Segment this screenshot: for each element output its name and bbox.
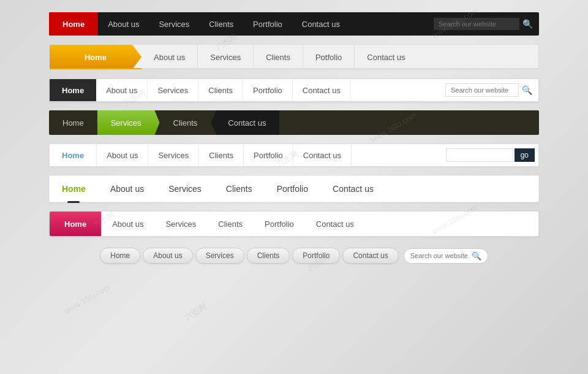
- nav5-item-portfolio[interactable]: Portfolio: [244, 144, 293, 166]
- nav3-home-button[interactable]: Home: [50, 79, 96, 101]
- nav4-item-contact[interactable]: Contact us: [211, 110, 279, 135]
- nav1-item-clients[interactable]: Clients: [199, 12, 243, 36]
- nav1-item-contact[interactable]: Contact us: [292, 12, 350, 36]
- nav5-item-services[interactable]: Services: [148, 144, 199, 166]
- nav7-item-about[interactable]: About us: [101, 212, 154, 236]
- nav8-contact-button[interactable]: Contact us: [342, 248, 398, 264]
- nav5-item-clients[interactable]: Clients: [199, 144, 244, 166]
- nav8-search-icon[interactable]: 🔍: [472, 251, 481, 261]
- nav5-home-button[interactable]: Home: [50, 144, 97, 166]
- nav7-item-contact[interactable]: Contact us: [305, 212, 365, 236]
- nav2-home-button[interactable]: Home: [50, 45, 141, 69]
- nav2-item-about[interactable]: About us: [141, 45, 198, 69]
- navbar-8: Home About us Services Clients Portfolio…: [49, 245, 539, 266]
- navbar-2: Home About us Services Clients Potfolio …: [49, 44, 539, 70]
- nav8-about-button[interactable]: About us: [143, 248, 192, 264]
- nav3-search-icon[interactable]: 🔍: [522, 85, 532, 95]
- nav3-item-about[interactable]: About us: [96, 79, 148, 101]
- nav2-item-contact[interactable]: Contact us: [355, 45, 417, 69]
- navbar-1: Home About us Services Clients Portfolio…: [49, 12, 539, 36]
- nav1-search-icon[interactable]: 🔍: [522, 19, 533, 29]
- nav7-item-portfolio[interactable]: Portfolio: [254, 212, 305, 236]
- navbar-3: Home About us Services Clients Portfolio…: [49, 78, 539, 102]
- navbar-5: Home About us Services Clients Portfolio…: [49, 143, 539, 167]
- nav7-items: About us Services Clients Portfolio Cont…: [101, 212, 538, 236]
- nav1-item-portfolio[interactable]: Portfolio: [243, 12, 292, 36]
- nav3-search-area: 🔍: [445, 83, 538, 97]
- nav4-item-services[interactable]: Services: [97, 110, 160, 135]
- nav3-item-contact[interactable]: Contact us: [293, 79, 351, 101]
- nav8-home-button[interactable]: Home: [100, 248, 140, 264]
- navbar-6: Home About us Services Clients Portfolio…: [49, 175, 539, 202]
- nav2-items: About us Services Clients Potfolio Conta…: [141, 45, 538, 69]
- nav1-search-input[interactable]: [434, 18, 519, 30]
- nav5-search-input[interactable]: [446, 148, 513, 162]
- nav5-item-contact[interactable]: Contact us: [293, 144, 352, 166]
- nav3-item-clients[interactable]: Clients: [198, 79, 243, 101]
- nav6-item-services[interactable]: Services: [156, 176, 214, 202]
- nav6-item-contact[interactable]: Contact us: [320, 176, 386, 202]
- nav8-search-input[interactable]: [410, 252, 472, 259]
- nav3-item-portfolio[interactable]: Portfolio: [243, 79, 293, 101]
- nav6-items: About us Services Clients Portfolio Cont…: [98, 176, 538, 202]
- nav2-item-clients[interactable]: Clients: [254, 45, 303, 69]
- navbar-4: Home Services Clients Contact us: [49, 110, 539, 135]
- nav7-home-button[interactable]: Home: [50, 212, 101, 236]
- nav1-item-about[interactable]: About us: [98, 12, 149, 36]
- nav6-item-clients[interactable]: Clients: [214, 176, 265, 202]
- nav8-services-button[interactable]: Services: [195, 248, 244, 264]
- nav1-home-button[interactable]: Home: [49, 12, 98, 36]
- nav8-search-area: 🔍: [404, 248, 488, 264]
- nav6-item-about[interactable]: About us: [98, 176, 156, 202]
- nav4-item-clients[interactable]: Clients: [160, 110, 211, 135]
- nav7-item-services[interactable]: Services: [154, 212, 207, 236]
- nav8-clients-button[interactable]: Clients: [247, 248, 290, 264]
- nav6-home-button[interactable]: Home: [50, 176, 98, 202]
- nav5-search-area: go: [446, 148, 538, 162]
- nav3-search-input[interactable]: [445, 83, 519, 97]
- nav4-home-button[interactable]: Home: [49, 110, 97, 135]
- nav7-item-clients[interactable]: Clients: [207, 212, 254, 236]
- nav1-item-services[interactable]: Services: [149, 12, 199, 36]
- nav1-search-area: 🔍: [434, 18, 539, 30]
- navbar-7: Home About us Services Clients Portfolio…: [49, 211, 539, 237]
- nav1-items: About us Services Clients Portfolio Cont…: [98, 12, 434, 36]
- nav5-item-about[interactable]: About us: [97, 144, 148, 166]
- nav6-item-portfolio[interactable]: Portfolio: [265, 176, 320, 202]
- nav5-items: About us Services Clients Portfolio Cont…: [97, 144, 446, 166]
- nav8-portfolio-button[interactable]: Portfolio: [292, 248, 340, 264]
- nav2-item-portfolio[interactable]: Potfolio: [303, 45, 355, 69]
- nav3-item-services[interactable]: Services: [148, 79, 198, 101]
- nav2-item-services[interactable]: Services: [198, 45, 254, 69]
- nav3-items: About us Services Clients Portfolio Cont…: [96, 79, 445, 101]
- nav5-go-button[interactable]: go: [514, 148, 535, 162]
